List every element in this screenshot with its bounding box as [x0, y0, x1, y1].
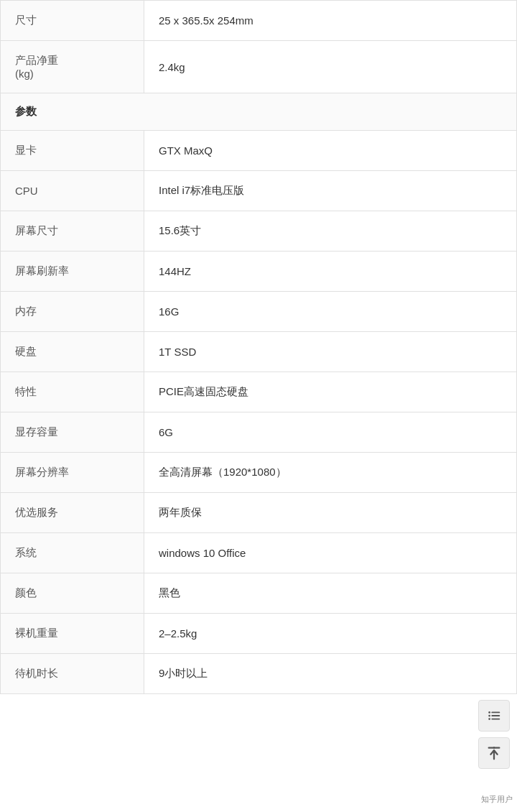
spec-label: 显存容量 [1, 412, 144, 453]
spec-table: 尺寸25 x 365.5x 254mm产品净重 (kg)2.4kg参数显卡GTX… [0, 0, 517, 694]
svg-point-0 [488, 711, 490, 714]
spec-value: Intel i7标准电压版 [144, 171, 517, 211]
spec-label: 产品净重 (kg) [1, 41, 144, 93]
spec-label: 系统 [1, 533, 144, 573]
spec-label: 颜色 [1, 573, 144, 614]
spec-value: 黑色 [144, 573, 517, 614]
floating-buttons [478, 700, 510, 769]
spec-value: 25 x 365.5x 254mm [144, 1, 517, 41]
spec-label: 内存 [1, 292, 144, 332]
spec-value: 15.6英寸 [144, 211, 517, 252]
spec-value: 2.4kg [144, 41, 517, 93]
zhihu-user-label: 知乎用户 [481, 794, 513, 805]
spec-label: 特性 [1, 372, 144, 412]
spec-value: 两年质保 [144, 493, 517, 533]
spec-label: 显卡 [1, 131, 144, 171]
svg-point-4 [488, 718, 490, 720]
spec-value: GTX MaxQ [144, 131, 517, 171]
spec-label: 屏幕分辨率 [1, 453, 144, 493]
list-icon-button[interactable] [478, 700, 510, 732]
spec-value: 2–2.5kg [144, 614, 517, 654]
spec-value: windows 10 Office [144, 533, 517, 573]
spec-label: 屏幕刷新率 [1, 252, 144, 292]
spec-label: 优选服务 [1, 493, 144, 533]
spec-label: 尺寸 [1, 1, 144, 41]
spec-value: 6G [144, 412, 517, 453]
svg-point-2 [488, 715, 490, 717]
spec-value: 9小时以上 [144, 654, 517, 694]
spec-value: 全高清屏幕（1920*1080） [144, 453, 517, 493]
spec-label: 裸机重量 [1, 614, 144, 654]
section-header-cell: 参数 [1, 93, 517, 131]
spec-label: CPU [1, 171, 144, 211]
spec-value: PCIE高速固态硬盘 [144, 372, 517, 412]
spec-label: 屏幕尺寸 [1, 211, 144, 252]
spec-value: 1T SSD [144, 332, 517, 372]
spec-label: 待机时长 [1, 654, 144, 694]
spec-value: 16G [144, 292, 517, 332]
scroll-top-button[interactable] [478, 737, 510, 769]
spec-label: 硬盘 [1, 332, 144, 372]
spec-value: 144HZ [144, 252, 517, 292]
